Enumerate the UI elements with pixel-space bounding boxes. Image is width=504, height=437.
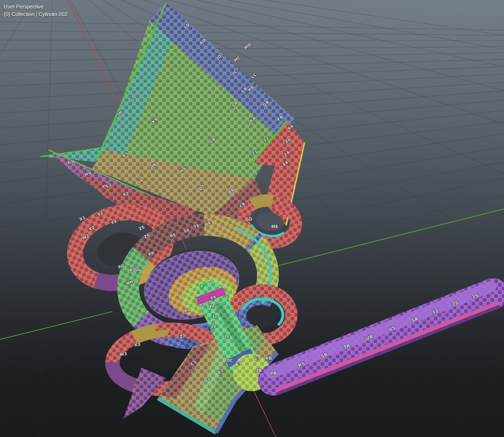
texture-label: X3 (134, 342, 141, 347)
collection-object-text: (0) Collection | Cylinder.002 (4, 10, 67, 18)
grid-line (0, 31, 504, 35)
y-axis-line-left (0, 312, 112, 339)
texture-label: XB (265, 356, 272, 361)
mesh-object-cylinder-002[interactable] (40, 3, 498, 433)
viewport-hud: User Perspective (0) Collection | Cylind… (4, 3, 67, 18)
grid-line (0, 22, 504, 30)
grid-line (0, 59, 504, 73)
texture-label: MD (243, 42, 252, 50)
cylinder-body (273, 294, 493, 380)
texture-label: YB (270, 371, 276, 376)
texture-label: GD (246, 217, 253, 222)
cylinder-pink-stripe (277, 304, 497, 390)
mesh-cylinder-long[interactable] (271, 287, 498, 393)
texture-label: MC (233, 55, 241, 63)
texture-label: W3 (119, 351, 127, 357)
grid-line (0, 47, 504, 50)
loop-hole (246, 305, 276, 327)
object-origin-dot[interactable] (200, 284, 204, 288)
texture-label: 1B (256, 368, 262, 373)
blender-3d-viewport[interactable]: LDKDJDICHBGBFBMDMCLCLBLAKAK9JIJHK5J6I4H6… (0, 0, 504, 437)
texture-label: 0C (227, 358, 233, 363)
grid-line (0, 53, 504, 61)
texture-label: LC (250, 72, 257, 80)
texture-label: Z5 (138, 224, 146, 231)
grid-line (39, 0, 52, 437)
grid-line (0, 0, 34, 437)
y-axis-line-right (272, 209, 504, 267)
texture-label: Z7 (180, 333, 186, 339)
grid-line (0, 0, 16, 437)
view-mode-text: User Perspective (4, 3, 67, 10)
grid-line (0, 40, 504, 41)
viewport-scene: LDKDJDICHBGBFBMDMCLCLBLAKAK9JIJHK5J6I4H6… (0, 0, 504, 437)
cylinder-highlight (271, 287, 491, 373)
texture-label: ME (271, 224, 278, 229)
